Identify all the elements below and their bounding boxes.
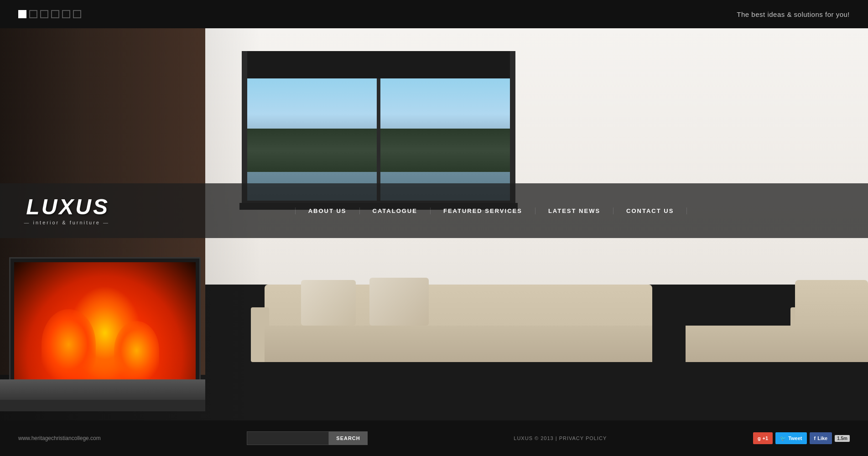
dot-6[interactable]	[73, 10, 81, 18]
dot-2[interactable]	[29, 10, 37, 18]
sofa-chaise	[686, 326, 868, 362]
nav-item-about-us[interactable]: ABOUT US	[295, 207, 360, 214]
google-icon: g	[758, 435, 761, 441]
window-shade	[247, 51, 510, 78]
search-input[interactable]	[247, 431, 329, 445]
slider-dots	[18, 10, 81, 18]
top-bar: The best ideas & solutions for you!	[0, 0, 868, 28]
fireplace-outer	[9, 257, 201, 385]
footer-url: www.heritagechristiancollege.com	[18, 435, 101, 441]
google-plus-button[interactable]: g +1	[753, 432, 773, 444]
logo-subtitle: interior & furniture	[24, 220, 109, 225]
sofa-area	[265, 244, 868, 385]
social-count: 1.5m	[835, 435, 850, 442]
footer-copyright: LUXUS © 2013 | PRIVACY POLICY	[514, 435, 607, 441]
flame-3	[114, 321, 160, 380]
dot-3[interactable]	[40, 10, 48, 18]
nav-item-contact-us[interactable]: CONTACT US	[613, 207, 687, 214]
top-tagline: The best ideas & solutions for you!	[737, 10, 850, 18]
fireplace	[9, 257, 201, 385]
fireplace-base2	[0, 400, 205, 411]
nav-item-catalogue[interactable]: CATALOGUE	[360, 207, 431, 214]
sofa	[265, 257, 868, 385]
main-nav: ABOUT US CATALOGUE FEATURED SERVICES LAT…	[132, 207, 850, 214]
dot-4[interactable]	[51, 10, 59, 18]
facebook-button[interactable]: f Like	[810, 432, 832, 444]
facebook-label: Like	[817, 435, 827, 441]
twitter-icon: 🐦	[780, 435, 786, 441]
nav-item-latest-news[interactable]: LATEST NEWS	[535, 207, 613, 214]
fireplace-base	[0, 379, 205, 402]
dot-5[interactable]	[62, 10, 70, 18]
nav-item-featured-services[interactable]: FEATURED SERVICES	[431, 207, 535, 214]
sofa-chaise-back	[795, 280, 868, 326]
twitter-button[interactable]: 🐦 Tweet	[775, 432, 806, 444]
logo-area: LUXUS interior & furniture	[18, 196, 109, 225]
google-label: +1	[763, 435, 769, 441]
sofa-seat	[265, 326, 652, 362]
footer-bar: www.heritagechristiancollege.com SEARCH …	[0, 420, 868, 456]
dot-1[interactable]	[18, 10, 26, 18]
logo-text: LUXUS	[26, 196, 109, 218]
facebook-icon: f	[814, 435, 816, 441]
nav-overlay: LUXUS interior & furniture ABOUT US CATA…	[0, 183, 868, 238]
twitter-label: Tweet	[788, 435, 802, 441]
fireplace-inner	[14, 262, 196, 380]
flame-2	[42, 309, 96, 380]
social-buttons: g +1 🐦 Tweet f Like 1.5m	[753, 432, 850, 444]
search-button[interactable]: SEARCH	[329, 431, 367, 445]
pillow-2	[369, 278, 429, 326]
hero-section: LUXUS interior & furniture ABOUT US CATA…	[0, 28, 868, 420]
pillow-1	[301, 280, 356, 326]
window	[242, 51, 515, 206]
search-area: SEARCH	[247, 431, 367, 445]
